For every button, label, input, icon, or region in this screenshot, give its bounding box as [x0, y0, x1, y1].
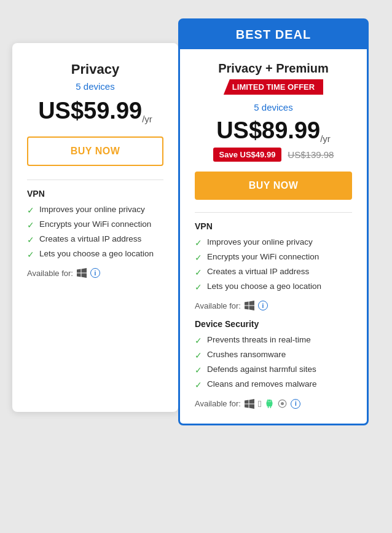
info-icon[interactable]: i	[258, 301, 268, 310]
save-badge: Save US$49.99	[213, 148, 282, 162]
premium-devices: 5 devices	[195, 102, 352, 113]
pricing-cards: Privacy 5 devices US$59.99/yr BUY NOW VP…	[12, 18, 380, 425]
check-icon: ✓	[27, 235, 34, 245]
privacy-buy-button[interactable]: BUY NOW	[27, 136, 163, 166]
feature-text: Encrypts your WiFi connection	[39, 219, 151, 229]
feature-text: Crushes ransomware	[207, 350, 286, 359]
list-item: ✓ Creates a virtual IP address	[27, 234, 163, 245]
check-icon: ✓	[27, 220, 34, 230]
privacy-price: US$59.99	[38, 98, 142, 124]
check-icon: ✓	[195, 380, 202, 390]
limited-time-badge: LIMITED TIME OFFER	[224, 79, 323, 95]
feature-text: Creates a virtual IP address	[39, 234, 141, 243]
feature-text: Encrypts your WiFi connection	[207, 252, 319, 261]
premium-vpn-category: VPN	[195, 221, 352, 231]
feature-text: Prevents threats in real-time	[207, 335, 311, 344]
premium-divider	[195, 212, 352, 213]
privacy-plan-name: Privacy	[27, 61, 163, 77]
privacy-card: Privacy 5 devices US$59.99/yr BUY NOW VP…	[12, 43, 178, 412]
check-icon: ✓	[195, 267, 202, 277]
premium-buy-button[interactable]: BUY NOW	[195, 172, 352, 200]
available-for-label: Available for:	[195, 301, 241, 310]
check-icon: ✓	[195, 350, 202, 360]
windows-icon	[245, 399, 254, 409]
apple-icon: 	[258, 398, 261, 409]
best-deal-banner: BEST DEAL	[180, 20, 367, 49]
feature-text: Improves your online privacy	[207, 237, 313, 247]
list-item: ✓ Cleans and removes malware	[195, 379, 352, 390]
privacy-devices: 5 devices	[27, 81, 163, 92]
premium-per-yr: /yr	[320, 133, 331, 144]
list-item: ✓ Improves your online privacy	[27, 205, 163, 215]
premium-card-body: Privacy + Premium LIMITED TIME OFFER 5 d…	[180, 49, 367, 424]
windows-icon	[77, 268, 87, 278]
list-item: ✓ Lets you choose a geo location	[195, 282, 352, 292]
available-for-label: Available for:	[195, 399, 241, 408]
list-item: ✓ Improves your online privacy	[195, 237, 352, 248]
feature-text: Lets you choose a geo location	[39, 249, 154, 258]
premium-price: US$89.99	[216, 117, 320, 143]
list-item: ✓ Crushes ransomware	[195, 350, 352, 360]
privacy-vpn-category: VPN	[27, 189, 163, 199]
privacy-price-row: US$59.99/yr	[27, 98, 163, 124]
feature-text: Lets you choose a geo location	[207, 282, 321, 291]
info-icon[interactable]: i	[90, 268, 100, 278]
list-item: ✓ Lets you choose a geo location	[27, 249, 163, 259]
info-icon[interactable]: i	[291, 399, 300, 409]
list-item: ✓ Encrypts your WiFi connection	[195, 252, 352, 263]
privacy-per-yr: /yr	[142, 114, 152, 124]
windows-icon	[245, 301, 254, 310]
feature-text: Defends against harmful sites	[207, 365, 316, 374]
feature-text: Creates a virtual IP address	[207, 267, 309, 276]
premium-card: BEST DEAL Privacy + Premium LIMITED TIME…	[178, 18, 369, 425]
premium-vpn-features: ✓ Improves your online privacy ✓ Encrypt…	[195, 237, 352, 292]
list-item: ✓ Creates a virtual IP address	[195, 267, 352, 277]
available-for-label: Available for:	[27, 269, 73, 278]
android-icon	[265, 399, 274, 408]
premium-security-category: Device Security	[195, 319, 352, 329]
privacy-vpn-features: ✓ Improves your online privacy ✓ Encrypt…	[27, 205, 163, 259]
list-item: ✓ Defends against harmful sites	[195, 365, 352, 375]
premium-plan-name: Privacy + Premium	[195, 61, 352, 76]
premium-price-row: US$89.99/yr	[195, 117, 352, 144]
chrome-icon	[278, 399, 287, 408]
check-icon: ✓	[195, 365, 202, 375]
premium-available-for-vpn: Available for: i	[195, 301, 352, 310]
list-item: ✓ Prevents threats in real-time	[195, 335, 352, 345]
check-icon: ✓	[27, 250, 34, 259]
privacy-available-for: Available for: i	[27, 268, 163, 278]
check-icon: ✓	[27, 205, 34, 215]
premium-available-for-security: Available for:  i	[195, 398, 352, 409]
premium-security-features: ✓ Prevents threats in real-time ✓ Crushe…	[195, 335, 352, 390]
security-section: Device Security ✓ Prevents threats in re…	[195, 319, 352, 409]
check-icon: ✓	[195, 282, 202, 292]
feature-text: Improves your online privacy	[39, 205, 145, 214]
feature-text: Cleans and removes malware	[207, 379, 317, 389]
limited-time-wrapper: LIMITED TIME OFFER	[195, 79, 352, 100]
check-icon: ✓	[195, 253, 202, 263]
check-icon: ✓	[195, 238, 202, 248]
list-item: ✓ Encrypts your WiFi connection	[27, 219, 163, 230]
original-price: US$139.98	[288, 149, 334, 160]
privacy-divider	[27, 180, 163, 180]
check-icon: ✓	[195, 336, 202, 345]
savings-row: Save US$49.99 US$139.98	[195, 148, 352, 162]
svg-point-1	[281, 402, 284, 405]
